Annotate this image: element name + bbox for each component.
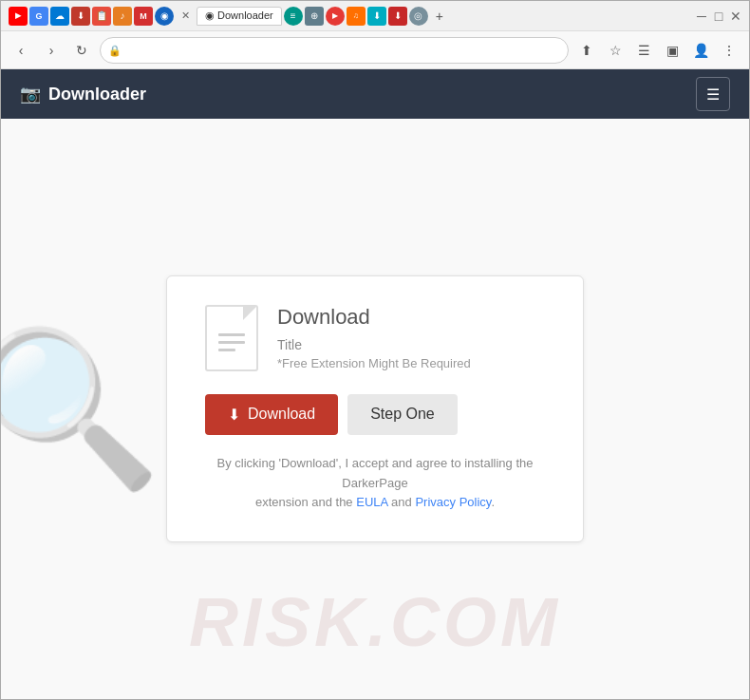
legal-text-middle: extension and the [255,495,353,509]
brand-name: Downloader [48,85,146,104]
tab-ms[interactable]: M [134,7,153,26]
forward-button[interactable]: › [39,38,64,63]
download-button-label: Download [248,406,315,423]
card-title: Download [277,305,545,330]
tab-blue[interactable]: ◉ [155,7,174,26]
share-icon[interactable]: ⬆ [574,38,599,63]
card-actions: ⬇ Download Step One [205,394,545,435]
extensions-icon[interactable]: ☰ [631,38,656,63]
minimize-button[interactable]: ─ [696,10,707,22]
legal-text-end: . [491,495,495,509]
download-icon: ⬇ [228,406,240,424]
file-line-3 [218,349,235,351]
browser-window: ▶ G ☁ ⬇ 📋 ♪ M ◉ ✕ ◉ Downloader ≡ ⊕ ▶ ♫ ⬇… [0,0,750,700]
file-icon-lines [218,333,245,351]
tab-red2[interactable]: 📋 [92,7,111,26]
tab-close[interactable]: ✕ [176,7,195,26]
toolbar-right: ⬆ ☆ ☰ ▣ 👤 ⋮ [574,38,741,63]
tab-new[interactable]: + [430,7,449,26]
address-bar[interactable]: 🔒 [100,37,569,64]
close-button[interactable]: ✕ [730,10,741,22]
back-button[interactable]: ‹ [9,38,33,63]
step-one-button[interactable]: Step One [347,394,458,435]
eula-link[interactable]: EULA [356,495,387,509]
brand-icon: 📷 [20,84,41,104]
legal-text-and: and [391,495,412,509]
tab-list: ▶ G ☁ ⬇ 📋 ♪ M ◉ ✕ ◉ Downloader ≡ ⊕ ▶ ♫ ⬇… [9,7,449,26]
tab-google[interactable]: G [29,7,48,26]
tab-sound[interactable]: ♫ [347,7,366,26]
file-line-2 [218,341,245,344]
title-bar-left: ▶ G ☁ ⬇ 📋 ♪ M ◉ ✕ ◉ Downloader ≡ ⊕ ▶ ♫ ⬇… [9,7,449,26]
file-line-1 [218,333,245,336]
sidebar-icon[interactable]: ▣ [660,38,684,63]
card-header: Download Title *Free Extension Might Be … [205,305,545,371]
maximize-button[interactable]: □ [713,10,724,22]
card-subtitle: Title [277,337,545,352]
hamburger-button[interactable]: ☰ [696,77,730,111]
lock-icon: 🔒 [108,44,122,56]
watermark-text: RISK.COM [189,583,561,661]
download-card: Download Title *Free Extension Might Be … [166,275,584,542]
tab-youtube[interactable]: ▶ [9,7,28,26]
profile-icon[interactable]: 👤 [688,38,713,63]
tab-teal[interactable]: ≡ [284,7,303,26]
main-content: 🔍 RISK.COM Download Title *Free Extensio… [1,119,749,699]
bookmark-icon[interactable]: ☆ [603,38,628,63]
card-legal: By clicking 'Download', I accept and agr… [205,454,545,513]
card-info: Download Title *Free Extension Might Be … [277,305,545,370]
refresh-button[interactable]: ↻ [69,38,94,63]
title-bar-right: ─ □ ✕ [696,10,741,22]
watermark-magnifier: 🔍 [1,320,162,499]
file-icon [205,305,258,371]
tab-gray[interactable]: ⊕ [305,7,324,26]
privacy-link[interactable]: Privacy Policy [415,495,491,509]
tab-play[interactable]: ▶ [326,7,345,26]
tab-teal2[interactable]: ⬇ [367,7,386,26]
title-bar: ▶ G ☁ ⬇ 📋 ♪ M ◉ ✕ ◉ Downloader ≡ ⊕ ▶ ♫ ⬇… [1,1,749,31]
card-note: *Free Extension Might Be Required [277,356,545,370]
tab-wave[interactable]: ♪ [113,7,132,26]
tab-reddown[interactable]: ⬇ [388,7,407,26]
menu-icon[interactable]: ⋮ [717,38,741,63]
app-navbar: 📷 Downloader ☰ [1,69,749,119]
tab-cloud[interactable]: ☁ [50,7,69,26]
tab-graycircle[interactable]: ◎ [409,7,428,26]
legal-text-before: By clicking 'Download', I accept and agr… [216,456,533,490]
app-brand: 📷 Downloader [20,84,146,104]
browser-toolbar: ‹ › ↻ 🔒 ⬆ ☆ ☰ ▣ 👤 ⋮ [1,31,749,69]
download-button[interactable]: ⬇ Download [205,394,338,435]
tab-active[interactable]: ◉ Downloader [197,7,282,26]
tab-red1[interactable]: ⬇ [71,7,90,26]
